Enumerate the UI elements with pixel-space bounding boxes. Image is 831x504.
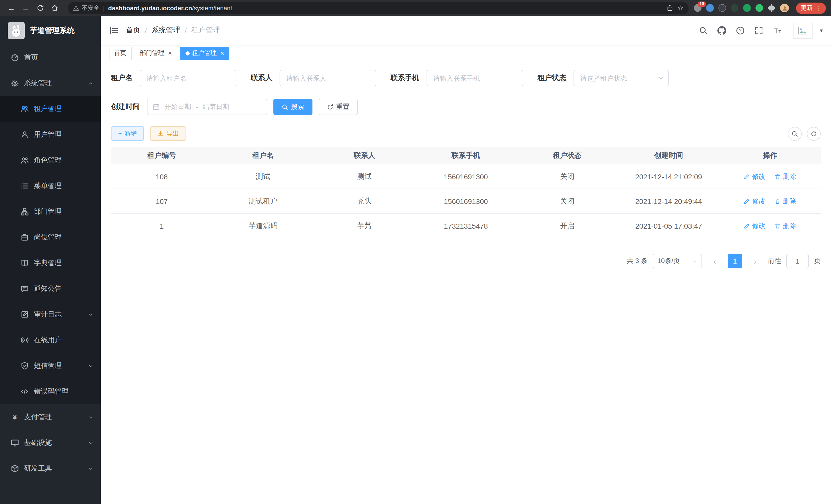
extension-icon-blue[interactable] [706, 4, 714, 12]
extension-icon-bright-green[interactable] [755, 4, 763, 12]
col-header-phone: 联系手机 [415, 151, 517, 160]
contact-label: 联系人 [251, 73, 273, 83]
sidebar-item-dept[interactable]: 部门管理 [0, 199, 101, 225]
tenant-name-input[interactable] [140, 70, 236, 86]
help-icon[interactable]: ? [735, 25, 746, 36]
edit-label: 修改 [752, 197, 766, 206]
github-icon[interactable] [716, 25, 727, 36]
svg-text:?: ? [739, 28, 742, 33]
sidebar-item-infra[interactable]: 基础设施 [0, 430, 101, 456]
sidebar-item-tenant[interactable]: 租户管理 [0, 96, 101, 122]
reset-button[interactable]: 重置 [319, 99, 358, 115]
status-select[interactable] [574, 70, 668, 86]
logo-rabbit-icon [8, 22, 25, 39]
extension-icon-dark-ring[interactable] [718, 4, 726, 12]
sidebar-item-post[interactable]: 岗位管理 [0, 225, 101, 250]
cell-actions: 修改 删除 [719, 197, 821, 206]
header-search-icon[interactable] [698, 25, 709, 36]
chevron-down-icon [658, 75, 664, 81]
sidebar-item-dict[interactable]: 字典管理 [0, 250, 101, 276]
sidebar-item-home[interactable]: 首页 [0, 45, 101, 70]
tab-dept[interactable]: 部门管理 × [135, 47, 177, 60]
date-end-placeholder: 结束日期 [203, 102, 229, 112]
cell-phone: 15601691300 [415, 172, 517, 181]
back-icon[interactable]: ← [5, 2, 18, 14]
tenant-name-label: 租户名 [111, 73, 133, 83]
sidebar-item-notice[interactable]: 通知公告 [0, 276, 101, 302]
toggle-search-icon[interactable] [788, 127, 802, 141]
cell-created: 2021-01-05 17:03:47 [618, 222, 719, 230]
forward-icon[interactable]: → [20, 2, 32, 14]
sidebar-item-audit[interactable]: 审计日志 [0, 302, 101, 327]
page-number-button[interactable]: 1 [728, 254, 742, 268]
delete-button[interactable]: 删除 [775, 197, 796, 206]
post-icon [21, 233, 29, 241]
cell-id: 108 [111, 172, 212, 181]
search-button[interactable]: 搜索 [274, 99, 312, 115]
sidebar-item-devtool[interactable]: 研发工具 [0, 456, 101, 481]
edit-button[interactable]: 修改 [744, 197, 766, 206]
page-size-select[interactable]: 10条/页 [653, 254, 702, 268]
bookmark-star-icon[interactable]: ☆ [678, 4, 684, 12]
home-icon[interactable] [48, 2, 61, 14]
tab-home[interactable]: 首页 [109, 47, 132, 60]
breadcrumb-home[interactable]: 首页 [126, 26, 140, 35]
online-icon [21, 336, 29, 344]
avatar-caret-down-icon[interactable]: ▾ [820, 27, 823, 34]
sidebar-item-sms[interactable]: 短信管理 [0, 353, 101, 379]
chevron-down-icon [88, 466, 93, 471]
sidebar-item-system[interactable]: 系统管理 [0, 70, 101, 96]
sidebar-item-role[interactable]: 角色管理 [0, 147, 101, 173]
tenant-table: 租户编号 租户名 联系人 联系手机 租户状态 创建时间 操作 108 测试 测试… [111, 147, 821, 238]
delete-button[interactable]: 删除 [775, 221, 796, 230]
svg-text:T: T [778, 29, 781, 34]
sidebar-item-user[interactable]: 用户管理 [0, 122, 101, 147]
edit-button[interactable]: 修改 [744, 172, 766, 181]
user-avatar[interactable] [793, 22, 813, 38]
delete-label: 删除 [783, 172, 796, 181]
date-range-picker[interactable]: 开始日期 - 结束日期 [147, 99, 267, 115]
tab-label: 部门管理 [140, 49, 165, 58]
export-button-label: 导出 [167, 129, 179, 138]
url-bar[interactable]: 不安全 | dashboard.yudao.iocoder.cn /system… [68, 2, 689, 14]
sidebar-item-errorcode[interactable]: 错误码管理 [0, 379, 101, 404]
share-icon[interactable] [667, 5, 674, 11]
col-header-contact: 联系人 [314, 151, 415, 160]
close-icon[interactable]: × [168, 50, 172, 57]
close-icon[interactable]: × [220, 50, 224, 57]
reload-icon[interactable] [34, 2, 46, 14]
sidebar-item-pay[interactable]: ¥ 支付管理 [0, 404, 101, 430]
contact-input[interactable] [280, 70, 376, 86]
extension-icon-dark[interactable] [731, 4, 739, 12]
sidebar-item-menu[interactable]: 菜单管理 [0, 173, 101, 199]
filter-phone: 联系手机 [391, 70, 523, 86]
app-logo[interactable]: 芋道管理系统 [0, 16, 101, 45]
export-button[interactable]: 导出 [150, 126, 186, 141]
sidebar-item-online[interactable]: 在线用户 [0, 327, 101, 353]
browser-update-button[interactable]: 更新 ⋮ [796, 2, 826, 13]
prev-page-icon[interactable]: ‹ [708, 254, 721, 268]
breadcrumb-system[interactable]: 系统管理 [151, 26, 180, 35]
extension-icon-green[interactable] [743, 4, 751, 12]
font-size-icon[interactable]: TT [772, 25, 783, 36]
extensions-puzzle-icon[interactable] [768, 4, 775, 12]
goto-label: 前往 [768, 256, 781, 266]
tab-label: 租户管理 [192, 49, 217, 58]
phone-input[interactable] [427, 70, 523, 86]
notice-icon [21, 285, 29, 293]
browser-menu-dots-icon[interactable]: ⋮ [815, 4, 821, 11]
status-select-input[interactable] [574, 70, 668, 86]
sidebar-fold-icon[interactable] [109, 25, 119, 35]
main-panel: 首页 / 系统管理 / 租户管理 ? [101, 16, 831, 504]
next-page-icon[interactable]: › [748, 254, 762, 268]
browser-profile-avatar[interactable] [780, 4, 789, 12]
tab-tenant[interactable]: 租户管理 × [180, 47, 229, 60]
edit-button[interactable]: 修改 [744, 221, 766, 230]
goto-page-input[interactable] [786, 254, 809, 268]
extension-icon-adblock[interactable]: 10 [694, 4, 701, 12]
fullscreen-icon[interactable] [753, 25, 765, 36]
delete-button[interactable]: 删除 [775, 172, 796, 181]
refresh-icon[interactable] [807, 127, 821, 141]
add-button[interactable]: + 新增 [111, 126, 144, 141]
filter-status: 租户状态 [538, 70, 668, 86]
